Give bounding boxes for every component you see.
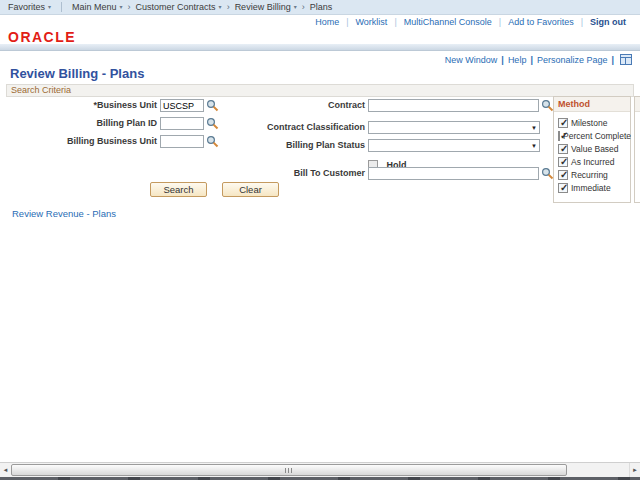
search-button[interactable]: Search <box>150 182 207 197</box>
chevron-down-icon: ▾ <box>219 4 222 10</box>
new-window-link[interactable]: New Window <box>445 55 498 65</box>
percent-complete-label: Percent Complete <box>563 131 631 141</box>
business-unit-input[interactable] <box>160 99 204 112</box>
method-option-milestone: Milestone <box>554 116 630 129</box>
as-incurred-checkbox[interactable] <box>558 157 568 167</box>
favorites-menu[interactable]: Favorites ▾ <box>8 2 51 12</box>
oracle-logo: ORACLE <box>8 29 76 45</box>
link-separator: | <box>611 55 614 65</box>
scrollbar-grip <box>285 468 293 473</box>
method-option-value-based: Value Based <box>554 142 630 155</box>
crumb-label: Customer Contracts <box>136 2 216 12</box>
milestone-checkbox[interactable] <box>558 118 568 128</box>
crumb-review-billing[interactable]: Review Billing ▾ <box>235 2 297 12</box>
billing-business-unit-label: Billing Business Unit <box>10 135 157 148</box>
chevron-down-icon: ▾ <box>48 4 51 10</box>
method-option-as-incurred: As Incurred <box>554 155 630 168</box>
main-menu-label: Main Menu <box>72 2 117 12</box>
recurring-label: Recurring <box>571 170 608 180</box>
main-menu[interactable]: Main Menu ▾ <box>72 2 123 12</box>
link-separator: | <box>499 17 501 27</box>
value-based-checkbox[interactable] <box>558 144 568 154</box>
billing-plan-id-input[interactable] <box>160 117 204 130</box>
breadcrumb: Favorites ▾ Main Menu ▾ › Customer Contr… <box>0 0 640 15</box>
chevron-down-icon: ▾ <box>294 4 297 10</box>
percent-complete-checkbox[interactable] <box>558 131 560 141</box>
home-link[interactable]: Home <box>315 17 339 27</box>
link-separator: | <box>346 17 348 27</box>
method-panel: Method Milestone Percent Complete Value … <box>553 96 631 203</box>
billing-plan-id-lookup-icon[interactable] <box>206 117 219 130</box>
recurring-checkbox[interactable] <box>558 170 568 180</box>
personalize-page-link[interactable]: Personalize Page <box>537 55 608 65</box>
select-arrow-icon: ▼ <box>531 125 537 131</box>
milestone-label: Milestone <box>571 118 607 128</box>
contract-classification-label: Contract Classification <box>230 121 365 134</box>
method-option-percent-complete: Percent Complete <box>554 129 630 142</box>
link-separator: | <box>501 55 504 65</box>
page-layout-grid-icon[interactable] <box>620 54 632 65</box>
crumb-separator-icon: › <box>128 2 131 12</box>
bill-to-customer-input[interactable] <box>368 167 539 180</box>
billing-plan-status-select[interactable]: ▼ <box>368 139 540 152</box>
method-option-recurring: Recurring <box>554 168 630 181</box>
worklist-link[interactable]: Worklist <box>356 17 388 27</box>
business-unit-lookup-icon[interactable] <box>206 99 219 112</box>
contract-input[interactable] <box>368 99 539 112</box>
application-window: Favorites ▾ Main Menu ▾ › Customer Contr… <box>0 0 640 480</box>
crumb-customer-contracts[interactable]: Customer Contracts ▾ <box>136 2 222 12</box>
clipped-panel-header <box>635 97 640 112</box>
crumb-separator-icon: › <box>227 2 230 12</box>
header-divider-band <box>0 44 640 51</box>
sign-out-link[interactable]: Sign out <box>590 17 626 27</box>
select-arrow-icon: ▼ <box>531 143 537 149</box>
billing-plan-status-label: Billing Plan Status <box>230 139 365 152</box>
contract-label: Contract <box>230 99 365 112</box>
page-title: Review Billing - Plans <box>10 66 144 81</box>
link-separator: | <box>581 17 583 27</box>
business-unit-label: *Business Unit <box>10 99 157 112</box>
scroll-left-arrow-icon[interactable]: ◄ <box>0 463 11 478</box>
link-separator: | <box>394 17 396 27</box>
immediate-label: Immediate <box>571 183 611 193</box>
utility-nav: Home | Worklist | MultiChannel Console |… <box>0 15 640 29</box>
contract-classification-select[interactable]: ▼ <box>368 121 540 134</box>
multichannel-console-link[interactable]: MultiChannel Console <box>404 17 492 27</box>
method-panel-title: Method <box>554 97 630 112</box>
chevron-down-icon: ▾ <box>120 4 123 10</box>
billing-business-unit-lookup-icon[interactable] <box>206 135 219 148</box>
link-separator: | <box>530 55 533 65</box>
horizontal-scrollbar[interactable]: ◄ ► <box>0 462 640 477</box>
billing-business-unit-input[interactable] <box>160 135 204 148</box>
value-based-label: Value Based <box>571 144 619 154</box>
favorites-label: Favorites <box>8 2 45 12</box>
crumb-label: Review Billing <box>235 2 291 12</box>
add-to-favorites-link[interactable]: Add to Favorites <box>508 17 574 27</box>
breadcrumb-divider <box>61 2 62 12</box>
billing-plan-id-label: Billing Plan ID <box>10 117 157 130</box>
clipped-panel-edge <box>634 96 640 203</box>
review-revenue-plans-link[interactable]: Review Revenue - Plans <box>12 208 116 219</box>
method-option-immediate: Immediate <box>554 181 630 194</box>
help-link[interactable]: Help <box>508 55 527 65</box>
scroll-right-arrow-icon[interactable]: ► <box>629 463 640 478</box>
as-incurred-label: As Incurred <box>571 157 614 167</box>
crumb-separator-icon: › <box>302 2 305 12</box>
search-criteria-header: Search Criteria <box>6 84 634 97</box>
page-links-bar: New Window | Help | Personalize Page | <box>0 53 640 66</box>
immediate-checkbox[interactable] <box>558 183 568 193</box>
bill-to-customer-label: Bill To Customer <box>230 167 365 180</box>
crumb-plans-current: Plans <box>310 2 333 12</box>
crumb-label: Plans <box>310 2 333 12</box>
scrollbar-thumb[interactable] <box>11 464 567 476</box>
clear-button[interactable]: Clear <box>222 182 279 197</box>
